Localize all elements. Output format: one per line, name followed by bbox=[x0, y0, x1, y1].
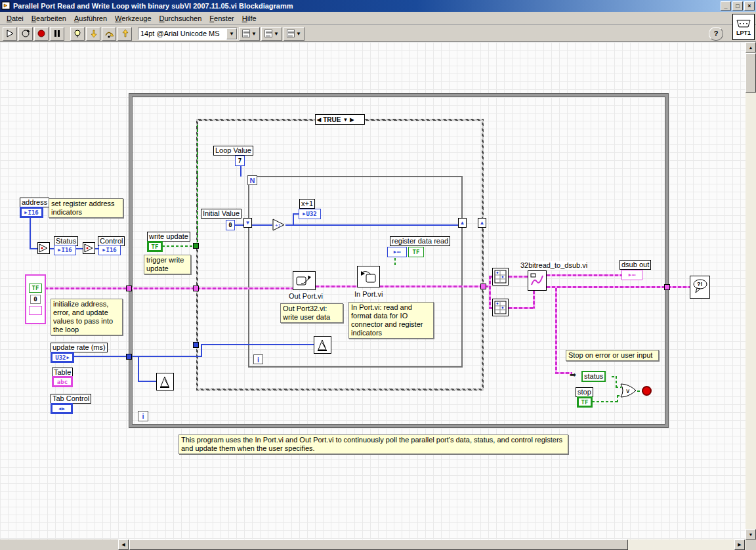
vi-connector-icon[interactable]: LPT1 bbox=[732, 14, 755, 40]
comment-initialize[interactable]: initialize address, error, and update va… bbox=[51, 299, 123, 335]
titlebar[interactable]: Parallel Port Read and Write Loop with b… bbox=[0, 0, 756, 12]
control-terminal[interactable]: ▶ I16 bbox=[98, 245, 121, 255]
status-indicator[interactable]: status bbox=[581, 371, 606, 382]
minimize-button[interactable]: _ bbox=[721, 1, 731, 11]
register-data-read-label[interactable]: register data read bbox=[390, 236, 450, 246]
stop-terminal[interactable]: TF bbox=[577, 396, 593, 408]
wire-register-data-read[interactable] bbox=[394, 258, 396, 266]
wire-dsub-out[interactable] bbox=[547, 274, 621, 276]
for-loop[interactable] bbox=[248, 176, 463, 368]
menu-durchsuchen[interactable]: Durchsuchen bbox=[156, 13, 206, 24]
wire-error-cluster[interactable] bbox=[316, 286, 358, 287]
tunnel[interactable] bbox=[193, 243, 199, 249]
wire-shift-register[interactable] bbox=[252, 224, 272, 226]
run-continuous-button[interactable] bbox=[18, 27, 33, 41]
scroll-right-icon[interactable]: ▶ bbox=[734, 539, 745, 550]
loop-condition-terminal[interactable] bbox=[642, 386, 652, 396]
tunnel[interactable] bbox=[126, 286, 132, 291]
comment-set-register[interactable]: set register address indicators bbox=[49, 198, 123, 218]
tunnel[interactable] bbox=[193, 286, 199, 291]
comment-out-port[interactable]: Out Port32.vi: write user data bbox=[280, 303, 343, 323]
in-port-vi-label[interactable]: In Port.vi bbox=[354, 290, 383, 299]
wire-error-cluster[interactable] bbox=[489, 276, 491, 309]
distribute-objects-dropdown[interactable]: ▼ bbox=[261, 27, 282, 41]
or-gate-icon[interactable]: ∨ bbox=[620, 383, 637, 398]
build-array-icon[interactable] bbox=[492, 299, 509, 316]
case-tunnel-up[interactable]: ▲ bbox=[478, 218, 486, 228]
update-rate-label[interactable]: update rate (ms) bbox=[51, 343, 108, 352]
initial-value-constant[interactable]: 0 bbox=[226, 220, 235, 230]
run-button[interactable] bbox=[3, 27, 17, 41]
shift-register-right[interactable]: ▲ bbox=[458, 218, 467, 228]
vertical-scroll-thumb[interactable] bbox=[746, 53, 756, 93]
wait-ms-icon[interactable] bbox=[314, 336, 331, 354]
step-over-button[interactable] bbox=[102, 27, 116, 41]
out-port-vi-icon[interactable] bbox=[293, 271, 316, 290]
address-label[interactable]: address bbox=[20, 198, 49, 207]
wire-error-branch[interactable] bbox=[555, 288, 557, 374]
comment-stop-on-error[interactable]: Stop on error or user input bbox=[566, 350, 659, 361]
tunnel[interactable] bbox=[664, 284, 670, 290]
wire-u32[interactable] bbox=[293, 214, 294, 225]
wire-update-rate[interactable] bbox=[201, 345, 202, 357]
increment-node-icon[interactable]: +1 bbox=[272, 218, 285, 232]
loop-count-terminal[interactable]: N bbox=[247, 175, 257, 185]
dsub-vi-icon[interactable] bbox=[528, 270, 547, 291]
x-plus-1-label[interactable]: x+1 bbox=[299, 199, 315, 209]
wire-error-cluster[interactable] bbox=[45, 287, 293, 289]
reorder-objects-dropdown[interactable]: ▼ bbox=[284, 27, 304, 41]
help-button[interactable]: ? bbox=[709, 27, 723, 41]
wire-update-rate[interactable] bbox=[138, 357, 139, 381]
case-dropdown-icon[interactable]: ▼ bbox=[343, 117, 348, 123]
write-update-terminal[interactable]: TF bbox=[147, 241, 163, 252]
convert-node-icon[interactable] bbox=[37, 242, 50, 254]
wire-loop-count[interactable] bbox=[240, 166, 242, 177]
menu-fenster[interactable]: Fenster bbox=[205, 13, 238, 24]
unbundle-status-icon[interactable]: ➡ bbox=[570, 370, 576, 379]
close-button[interactable]: × bbox=[744, 1, 755, 11]
step-out-button[interactable] bbox=[117, 27, 132, 41]
wire-error-cluster[interactable] bbox=[509, 276, 528, 278]
highlight-execution-button[interactable] bbox=[70, 27, 85, 41]
error-cluster-constant[interactable]: TF 0 bbox=[25, 274, 46, 324]
write-update-label[interactable]: write update bbox=[147, 232, 190, 242]
initial-value-label[interactable]: Initial Value bbox=[201, 209, 242, 219]
wire-error-cluster[interactable] bbox=[533, 291, 535, 308]
wire-update-rate[interactable] bbox=[72, 356, 202, 357]
block-diagram-canvas[interactable]: ◀ TRUE ▼ ▶ bbox=[0, 42, 746, 539]
scroll-down-icon[interactable]: ▼ bbox=[746, 529, 756, 539]
stop-label[interactable]: stop bbox=[576, 387, 593, 397]
dsub-vi-label[interactable]: 32bitread_to_dsub.vi bbox=[520, 261, 587, 270]
for-iteration-terminal[interactable]: i bbox=[253, 354, 263, 364]
comment-in-port[interactable]: In Port.vi: read and format data for IO … bbox=[348, 302, 434, 339]
while-iteration-terminal[interactable]: i bbox=[138, 411, 148, 421]
horizontal-scroll-thumb[interactable] bbox=[129, 539, 628, 550]
build-array-icon[interactable] bbox=[492, 268, 509, 286]
abort-button[interactable] bbox=[34, 27, 49, 41]
horizontal-scrollbar[interactable]: ◀ ▶ bbox=[118, 539, 746, 550]
pause-button[interactable] bbox=[50, 27, 64, 41]
status-terminal[interactable]: ▶ I16 bbox=[54, 245, 76, 255]
x-plus-1-indicator[interactable]: ▶ U32 bbox=[299, 209, 321, 219]
wire-status[interactable] bbox=[616, 376, 617, 387]
menu-werkzeuge[interactable]: Werkzeuge bbox=[111, 13, 155, 24]
wire-address[interactable] bbox=[30, 218, 31, 249]
dsub-out-label[interactable]: dsub out bbox=[620, 260, 651, 270]
comment-trigger-write[interactable]: trigger write update bbox=[144, 255, 191, 274]
wire-update-rate[interactable] bbox=[201, 344, 314, 345]
case-selector-label[interactable]: TRUE bbox=[323, 116, 341, 123]
update-rate-terminal[interactable]: U32 ▶ bbox=[51, 352, 74, 363]
case-prev-icon[interactable]: ◀ bbox=[317, 117, 321, 123]
tunnel[interactable] bbox=[480, 284, 486, 289]
wire-shift-register[interactable] bbox=[285, 224, 458, 226]
step-into-button[interactable] bbox=[86, 27, 100, 41]
register-data-read-indicator[interactable]: ▶⋯ TF bbox=[387, 247, 424, 257]
wire-write-update[interactable] bbox=[162, 245, 196, 247]
wait-ms-icon[interactable] bbox=[156, 373, 174, 391]
font-selector[interactable]: 14pt @Arial Unicode MS ▼ bbox=[138, 28, 238, 40]
convert-node-icon[interactable] bbox=[83, 242, 95, 254]
shift-register-left[interactable]: ▼ bbox=[243, 218, 252, 228]
maximize-button[interactable]: □ bbox=[732, 1, 743, 11]
wire-update-rate[interactable] bbox=[138, 381, 156, 382]
wire-error-cluster[interactable] bbox=[380, 286, 489, 287]
